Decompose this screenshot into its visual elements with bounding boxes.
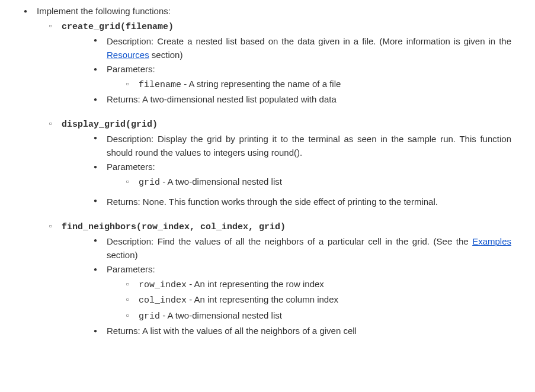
desc-label: Description: [107,236,153,246]
returns-text: None. This function works through the si… [140,197,438,207]
param-desc: - A two-dimensional nested list [160,176,282,187]
parameters-item: Parameters: [94,160,511,174]
parameters-label: Parameters: [107,64,155,74]
top-item: Implement the following functions: [24,5,511,18]
returns-label: Returns: [107,326,140,336]
param-name: filename [139,80,181,90]
bullet-icon: ● [94,235,107,262]
desc-label: Description: [107,134,153,144]
desc-label: Description: [107,36,153,46]
resources-link[interactable]: Resources [107,50,149,60]
function-signature: create_grid(filename) [49,20,511,34]
param-desc: - An int representing the column index [187,294,338,304]
function-signature-text: display_grid(grid) [62,120,158,130]
returns-text: A list with the values of all the neighb… [140,326,357,336]
function-signature: find_neighbors(row_index, col_index, gri… [49,220,511,234]
desc-body: Display the grid by printing it to the t… [107,134,511,158]
param-name: grid [139,311,160,322]
param-desc: - A string representing the name of a fi… [181,79,341,89]
parameters-label: Parameters: [107,162,155,172]
param-item: grid - A two-dimensional nested list [126,175,511,190]
param-item: filename - A string representing the nam… [126,78,511,92]
examples-link[interactable]: Examples [472,236,511,246]
bullet-icon: ● [94,133,107,159]
param-name: col_index [139,295,187,306]
bullet-icon: ● [94,195,107,209]
param-item: col_index - An int representing the colu… [126,293,511,308]
description-item: ● Description: Find the values of all th… [94,235,511,262]
param-name: grid [139,178,160,188]
function-signature-text: find_neighbors(row_index, col_index, gri… [62,222,286,232]
returns-item: ● Returns: None. This function works thr… [94,195,511,209]
bullet-icon: ● [94,35,107,62]
param-desc: - An int representing the row index [187,279,324,289]
returns-text-wrap: Returns: None. This function works throu… [107,195,511,209]
description-text: Description: Display the grid by printin… [107,133,511,159]
returns-text: A two-dimensional nested list populated … [140,94,337,104]
returns-label: Returns: [107,197,140,207]
param-name: row_index [139,280,187,290]
parameters-item: Parameters: [94,63,511,76]
description-text: Description: Find the values of all the … [107,235,511,262]
description-item: ● Description: Display the grid by print… [94,133,511,159]
param-desc: - A two-dimensional nested list [160,310,282,320]
desc-before: Find the values of all the neighbors of … [158,236,472,246]
returns-label: Returns: [107,94,140,104]
parameters-label: Parameters: [107,264,155,274]
description-text: Description: Create a nested list based … [107,35,511,62]
returns-item: Returns: A two-dimensional nested list p… [94,93,511,107]
description-item: ● Description: Create a nested list base… [94,35,511,62]
document-content: Implement the following functions: creat… [0,0,535,345]
function-signature-text: create_grid(filename) [62,22,174,32]
function-signature: display_grid(grid) [49,117,511,132]
top-item-text: Implement the following functions: [37,6,171,16]
returns-item: Returns: A list with the values of all t… [94,324,511,338]
desc-after: section) [149,50,183,60]
param-item: row_index - An int representing the row … [126,278,511,293]
parameters-item: Parameters: [94,263,511,277]
desc-after: section) [107,250,138,260]
desc-before: Create a nested list based on the data g… [157,36,511,46]
param-item: grid - A two-dimensional nested list [126,309,511,324]
